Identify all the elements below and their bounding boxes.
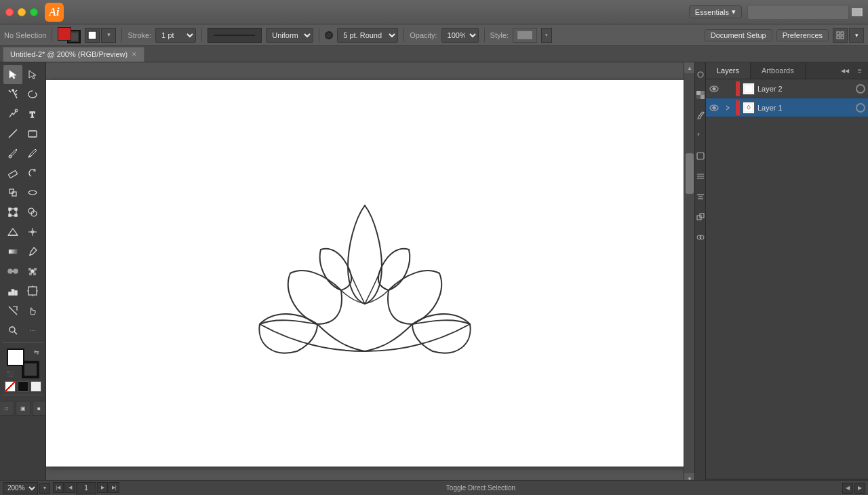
swap-fill-stroke-icon[interactable]: ⇆ (34, 349, 39, 355)
layer-item-2[interactable]: Layer 2 (706, 79, 868, 98)
rotate-tool[interactable] (23, 163, 42, 182)
fill-stroke-buttons: ▼ (85, 28, 116, 43)
scroll-thumb-vertical[interactable] (686, 153, 694, 194)
eraser-tool[interactable] (3, 163, 22, 182)
fill-button[interactable] (85, 28, 100, 43)
scroll-up-button[interactable]: ▲ (684, 62, 694, 73)
document-setup-button[interactable]: Document Setup (705, 29, 772, 41)
chevron-down-icon: ▾ (732, 7, 736, 16)
normal-view-button[interactable]: □ (0, 401, 14, 416)
full-screen-menu-button[interactable]: ▣ (16, 401, 31, 416)
type-tool[interactable]: T (23, 104, 42, 123)
preferences-button[interactable]: Preferences (776, 29, 829, 41)
rectangle-tool[interactable] (23, 124, 42, 143)
canvas-area[interactable]: ▲ ▼ ◀ ▶ (46, 62, 694, 495)
black-color-button[interactable] (18, 381, 28, 392)
hand-tool[interactable] (23, 301, 42, 320)
tab-close-button[interactable]: ✕ (132, 51, 137, 58)
symbol-sprayer-tool[interactable] (23, 262, 42, 281)
arrange-icon-1[interactable] (833, 28, 848, 43)
scroll-left-arrow[interactable]: ◀◀ (841, 65, 849, 76)
toggle-arrow-right[interactable]: ▶ (854, 483, 865, 494)
blend-tool[interactable] (3, 262, 22, 281)
stroke-weight-select[interactable]: 1 pt (155, 28, 196, 43)
pen-tool[interactable] (3, 104, 22, 123)
swatches-panel-toggle[interactable] (696, 85, 705, 104)
mesh-tool[interactable] (23, 222, 42, 241)
maximize-button[interactable] (30, 8, 38, 16)
opacity-select[interactable]: 100% (441, 28, 479, 43)
brushes-panel-toggle[interactable] (696, 106, 705, 125)
stroke-type-select[interactable]: Uniform (266, 28, 313, 43)
full-screen-button[interactable]: ■ (32, 401, 47, 416)
lasso-tool[interactable] (23, 85, 42, 104)
extra-tool[interactable]: ⋯ (23, 321, 42, 340)
artboard-tool[interactable] (23, 281, 42, 300)
default-colors-icon[interactable]: ⬛ (7, 371, 14, 377)
minimize-button[interactable] (18, 8, 26, 16)
style-box[interactable] (513, 28, 537, 43)
prev-page-button[interactable]: ◀ (64, 482, 75, 493)
vertical-scrollbar[interactable]: ▲ ▼ (684, 62, 694, 484)
zoom-tool[interactable] (3, 321, 22, 340)
layer-1-expand-toggle[interactable] (722, 102, 733, 113)
zoom-select[interactable]: 200% (3, 482, 38, 494)
layers-tab[interactable]: Layers (706, 62, 751, 79)
last-page-button[interactable]: ▶| (108, 482, 119, 493)
graphic-styles-toggle[interactable] (696, 146, 705, 165)
line-tool[interactable] (3, 124, 22, 143)
titlebar: Ai Essentials ▾ (0, 0, 868, 24)
toggle-arrow-left[interactable]: ◀ (842, 483, 853, 494)
stroke-button[interactable]: ▼ (101, 28, 116, 43)
perspective-grid-tool[interactable] (3, 222, 22, 241)
pencil-tool[interactable] (23, 144, 42, 163)
color-panel-toggle[interactable] (696, 65, 705, 84)
column-graph-tool[interactable] (3, 281, 22, 300)
page-number-input[interactable]: 1 (76, 482, 96, 494)
layer-1-options-icon[interactable] (856, 103, 865, 113)
direct-selection-tool[interactable] (23, 65, 42, 84)
next-page-button[interactable]: ▶ (97, 482, 108, 493)
stroke-style-selector[interactable] (208, 28, 262, 43)
svg-rect-46 (15, 291, 17, 295)
layer-item-1[interactable]: Layer 1 (706, 98, 868, 117)
layer-1-visibility-toggle[interactable] (709, 102, 719, 113)
close-button[interactable] (5, 8, 14, 16)
artboards-tab[interactable]: Artboards (751, 62, 806, 79)
scroll-track-vertical[interactable] (684, 73, 694, 473)
white-color-button[interactable] (31, 381, 41, 392)
fill-swatch[interactable] (7, 349, 24, 366)
gradient-tool[interactable] (3, 242, 22, 261)
style-dropdown[interactable]: ▾ (541, 28, 552, 43)
transform-toggle[interactable] (696, 207, 705, 226)
paintbrush-tool[interactable] (3, 144, 22, 163)
symbols-panel-toggle[interactable]: * (696, 126, 705, 145)
layer-2-options-icon[interactable] (856, 84, 865, 94)
fill-color-box[interactable] (58, 27, 71, 41)
appearance-toggle[interactable] (696, 167, 705, 186)
essentials-button[interactable]: Essentials ▾ (689, 5, 742, 18)
eyedropper-tool[interactable] (23, 242, 42, 261)
warp-tool[interactable] (23, 183, 42, 202)
search-input[interactable] (747, 5, 849, 20)
first-page-button[interactable]: |◀ (53, 482, 64, 493)
pathfinder-toggle[interactable] (696, 228, 705, 247)
panel-toggle-icon[interactable] (852, 7, 863, 18)
free-transform-tool[interactable] (3, 203, 22, 222)
artboard-paper (46, 80, 684, 467)
document-tab[interactable]: Untitled-2* @ 200% (RGB/Preview) ✕ (3, 47, 144, 62)
magic-wand-tool[interactable] (3, 85, 22, 104)
arrange-icon-2[interactable]: ▾ (849, 28, 864, 43)
shape-builder-tool[interactable] (23, 203, 42, 222)
fill-stroke-indicator[interactable] (58, 27, 81, 43)
align-toggle[interactable] (696, 187, 705, 206)
selection-tool[interactable] (3, 65, 22, 84)
slice-tool[interactable] (3, 301, 22, 320)
artboard[interactable] (46, 62, 684, 484)
brush-select[interactable]: 5 pt. Round (337, 28, 398, 43)
layer-2-visibility-toggle[interactable] (709, 83, 719, 94)
panel-menu-button[interactable]: ≡ (854, 65, 865, 76)
scale-tool[interactable] (3, 183, 22, 202)
zoom-dropdown-button[interactable]: ▾ (39, 483, 50, 494)
none-color-button[interactable] (5, 381, 16, 392)
